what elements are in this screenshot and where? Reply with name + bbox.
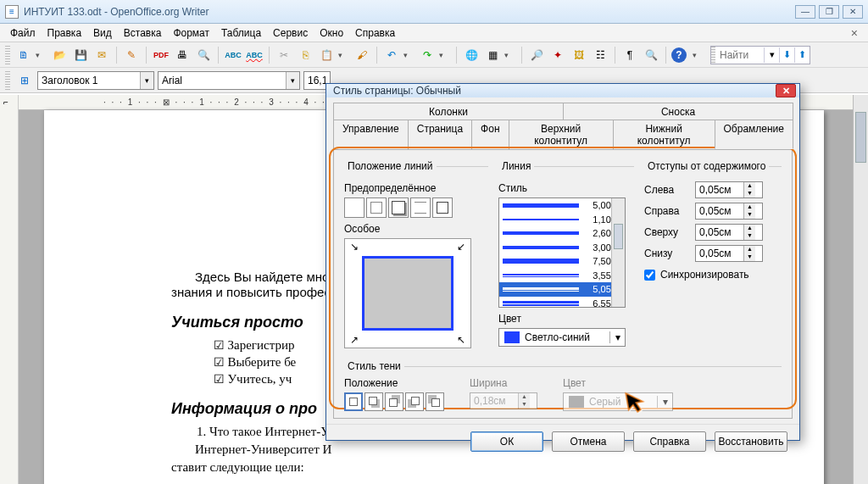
color-swatch-icon bbox=[504, 331, 520, 343]
tab-background[interactable]: Фон bbox=[471, 120, 509, 149]
maximize-button[interactable]: ❐ bbox=[819, 5, 839, 19]
menu-doc-close[interactable]: × bbox=[846, 25, 863, 42]
menu-window[interactable]: Окно bbox=[314, 25, 348, 41]
border-preview[interactable]: ↘↙ ↗↖ bbox=[344, 238, 471, 348]
sync-checkbox[interactable] bbox=[644, 270, 655, 281]
group-shadow: Стиль тени bbox=[344, 360, 404, 372]
print-icon[interactable]: 🖶 bbox=[173, 46, 192, 64]
menu-insert[interactable]: Вставка bbox=[119, 25, 167, 41]
shadow-color-combo[interactable]: Серый ▾ bbox=[563, 392, 673, 411]
ok-button[interactable]: ОК bbox=[470, 431, 543, 452]
menu-help[interactable]: Справка bbox=[350, 25, 400, 41]
color-swatch-icon bbox=[569, 396, 584, 408]
toolbar-grip[interactable] bbox=[5, 71, 10, 90]
preset-box[interactable] bbox=[366, 197, 387, 218]
reset-button[interactable]: Восстановить bbox=[715, 431, 787, 452]
nonprint-icon[interactable]: ¶ bbox=[620, 46, 639, 64]
cut-icon[interactable]: ✂ bbox=[275, 46, 293, 64]
menu-format[interactable]: Формат bbox=[168, 25, 214, 41]
format-paint-icon[interactable]: 🖌 bbox=[353, 46, 371, 64]
tab-row-bottom: Управление Страница Фон Верхний колонтит… bbox=[326, 120, 799, 149]
label-shadow-width: Ширина bbox=[470, 377, 537, 389]
tab-columns[interactable]: Колонки bbox=[333, 103, 564, 120]
redo-icon[interactable]: ↷ bbox=[418, 46, 437, 64]
window-title: ИНТУИТ 133.odt - OpenOffice.org Writer bbox=[24, 6, 795, 18]
table-icon[interactable]: ▦ bbox=[483, 46, 502, 64]
find-icon[interactable]: 🔎 bbox=[527, 46, 546, 64]
tab-borders[interactable]: Обрамление bbox=[715, 120, 793, 149]
shadow-tl[interactable] bbox=[426, 392, 444, 411]
shadow-none[interactable] bbox=[344, 392, 363, 411]
gallery-icon[interactable]: 🖼 bbox=[570, 46, 588, 64]
save-icon[interactable]: 💾 bbox=[71, 46, 90, 64]
label-line-style: Стиль bbox=[498, 182, 634, 194]
paste-icon[interactable]: 📋 bbox=[317, 46, 336, 64]
find-dropdown[interactable]: ▾ bbox=[764, 47, 779, 63]
toolbar-grip[interactable] bbox=[5, 46, 10, 64]
autospell-icon[interactable]: ABC bbox=[245, 46, 264, 64]
line-style-list[interactable]: 5,00 pt 1,10 pt 2,60 pt 3,00 pt 7,50 pt … bbox=[498, 197, 626, 308]
shadow-bl[interactable] bbox=[405, 392, 424, 411]
line-color-combo[interactable]: Светло-синий ▾ bbox=[498, 328, 626, 347]
shadow-width-input[interactable]: ▲▼ bbox=[470, 392, 537, 409]
standard-toolbar: 🗎▾ 📂 💾 ✉ ✎ PDF 🖶 🔍 ABC ABC ✂ ⎘ 📋▾ 🖌 ↶▾ ↷… bbox=[0, 42, 868, 68]
help-icon[interactable]: ? bbox=[671, 47, 687, 63]
close-button[interactable]: ✕ bbox=[843, 5, 863, 19]
dialog-close-button[interactable]: ✕ bbox=[776, 84, 796, 97]
tab-organizer[interactable]: Управление bbox=[333, 120, 409, 149]
label-pad-top: Сверху bbox=[644, 226, 695, 238]
tab-footnote[interactable]: Сноска bbox=[563, 103, 793, 120]
dialog-title: Стиль страницы: Обычный bbox=[333, 85, 461, 97]
shadow-tr[interactable] bbox=[385, 392, 403, 411]
dialog-titlebar[interactable]: Стиль страницы: Обычный ✕ bbox=[326, 84, 799, 97]
menu-view[interactable]: Вид bbox=[88, 25, 117, 41]
edit-icon[interactable]: ✎ bbox=[122, 46, 141, 64]
styles-icon[interactable]: ⊞ bbox=[15, 71, 34, 90]
find-input[interactable] bbox=[717, 48, 764, 62]
help-button[interactable]: Справка bbox=[633, 431, 706, 452]
open-icon[interactable]: 📂 bbox=[50, 46, 69, 64]
pad-bottom-input[interactable]: ▲▼ bbox=[695, 245, 763, 262]
menu-tools[interactable]: Сервис bbox=[268, 25, 313, 41]
mail-icon[interactable]: ✉ bbox=[92, 46, 111, 64]
preset-left[interactable] bbox=[432, 197, 453, 218]
navigator-icon[interactable]: ✦ bbox=[548, 46, 567, 64]
label-line-color: Цвет bbox=[498, 313, 634, 325]
label-shadow-color: Цвет bbox=[563, 377, 782, 389]
find-toolbar: ▾ ⬇ ⬆ bbox=[710, 46, 810, 64]
pad-left-input[interactable]: ▲▼ bbox=[695, 181, 763, 198]
preset-topbot[interactable] bbox=[410, 197, 431, 218]
group-padding: Отступы от содержимого bbox=[644, 160, 769, 172]
cancel-button[interactable]: Отмена bbox=[552, 431, 625, 452]
spellcheck-icon[interactable]: ABC bbox=[224, 46, 242, 64]
pdf-icon[interactable]: PDF bbox=[152, 46, 170, 64]
shadow-br[interactable] bbox=[364, 392, 383, 411]
minimize-button[interactable]: — bbox=[795, 5, 815, 19]
menu-file[interactable]: Файл bbox=[5, 25, 41, 41]
pad-right-input[interactable]: ▲▼ bbox=[695, 203, 763, 220]
preset-none[interactable] bbox=[344, 197, 364, 218]
tab-header[interactable]: Верхний колонтитул bbox=[509, 120, 614, 149]
menu-bar: Файл Правка Вид Вставка Формат Таблица С… bbox=[0, 24, 868, 42]
menu-edit[interactable]: Правка bbox=[42, 25, 87, 41]
pad-top-input[interactable]: ▲▼ bbox=[695, 224, 763, 241]
new-doc-icon[interactable]: 🗎 bbox=[14, 46, 33, 64]
preset-shadow[interactable] bbox=[388, 197, 409, 218]
hyperlink-icon[interactable]: 🌐 bbox=[462, 46, 481, 64]
tab-page[interactable]: Страница bbox=[408, 120, 472, 149]
toolbar-overflow[interactable]: ▾ bbox=[693, 51, 704, 59]
datasource-icon[interactable]: ☷ bbox=[591, 46, 609, 64]
font-name-combo[interactable]: ▾ bbox=[158, 71, 300, 90]
find-next-icon[interactable]: ⬇ bbox=[779, 47, 794, 63]
vertical-ruler bbox=[0, 95, 19, 484]
copy-icon[interactable]: ⎘ bbox=[296, 46, 314, 64]
vertical-scrollbar[interactable] bbox=[853, 95, 868, 484]
find-prev-icon[interactable]: ⬆ bbox=[794, 47, 810, 63]
zoom-icon[interactable]: 🔍 bbox=[642, 46, 660, 64]
menu-table[interactable]: Таблица bbox=[216, 25, 266, 41]
preview-icon[interactable]: 🔍 bbox=[194, 46, 213, 64]
paragraph-style-combo[interactable]: ▾ bbox=[37, 71, 154, 90]
undo-icon[interactable]: ↶ bbox=[382, 46, 401, 64]
tab-footer[interactable]: Нижний колонтитул bbox=[613, 120, 715, 149]
sync-label: Синхронизировать bbox=[660, 269, 749, 281]
